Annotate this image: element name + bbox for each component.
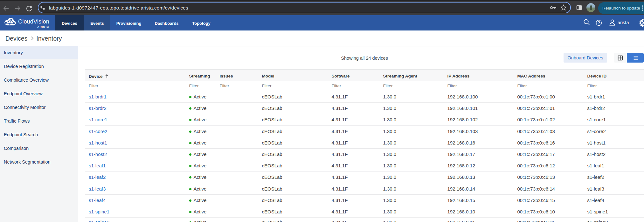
svg-text:?: ? bbox=[598, 21, 600, 25]
